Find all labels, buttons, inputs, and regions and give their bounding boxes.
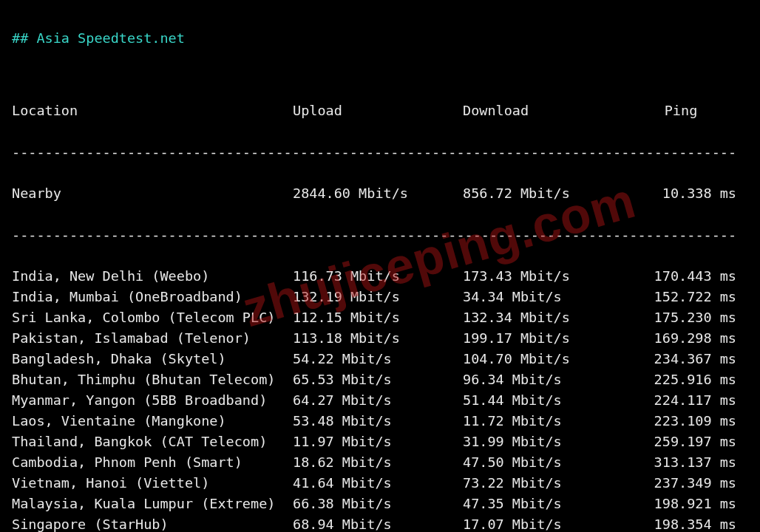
cell-ping: 223.109 ms [625, 411, 736, 432]
cell-download: 11.72 Mbit/s [463, 411, 625, 432]
table-row: Singapore (StarHub)68.94 Mbit/s17.07 Mbi… [12, 514, 748, 532]
cell-download: 47.35 Mbit/s [463, 494, 625, 514]
cell-ping: 10.338 ms [625, 183, 736, 204]
results-body: India, New Delhi (Weebo)116.73 Mbit/s173… [12, 266, 748, 532]
table-header-row: LocationUploadDownloadPing [12, 100, 748, 121]
cell-download: 73.22 Mbit/s [463, 473, 625, 494]
cell-download: 104.70 Mbit/s [463, 349, 625, 369]
cell-location: Thailand, Bangkok (CAT Telecom) [12, 432, 293, 452]
cell-location: India, New Delhi (Weebo) [12, 266, 293, 287]
cell-location: Nearby [12, 183, 293, 204]
cell-location: Malaysia, Kuala Lumpur (Extreme) [12, 494, 293, 514]
header-upload: Upload [293, 100, 463, 121]
table-row: India, New Delhi (Weebo)116.73 Mbit/s173… [12, 266, 748, 287]
cell-download: 51.44 Mbit/s [463, 390, 625, 411]
cell-upload: 2844.60 Mbit/s [293, 183, 463, 204]
cell-upload: 64.27 Mbit/s [293, 390, 463, 411]
cell-download: 856.72 Mbit/s [463, 183, 625, 204]
cell-upload: 11.97 Mbit/s [293, 432, 463, 452]
cell-upload: 65.53 Mbit/s [293, 369, 463, 390]
cell-download: 96.34 Mbit/s [463, 369, 625, 390]
cell-download: 199.17 Mbit/s [463, 328, 625, 349]
table-row: Thailand, Bangkok (CAT Telecom)11.97 Mbi… [12, 432, 748, 452]
cell-upload: 116.73 Mbit/s [293, 266, 463, 287]
cell-upload: 112.15 Mbit/s [293, 307, 463, 328]
cell-ping: 170.443 ms [625, 266, 736, 287]
terminal-output: ## Asia Speedtest.net LocationUploadDown… [0, 0, 760, 532]
table-row: Bangladesh, Dhaka (Skytel)54.22 Mbit/s10… [12, 349, 748, 369]
cell-upload: 66.38 Mbit/s [293, 494, 463, 514]
table-row: Sri Lanka, Colombo (Telecom PLC)112.15 M… [12, 307, 748, 328]
divider: ----------------------------------------… [12, 225, 748, 245]
cell-ping: 234.367 ms [625, 349, 736, 369]
cell-upload: 68.94 Mbit/s [293, 514, 463, 532]
table-row: Vietnam, Hanoi (Viettel)41.64 Mbit/s73.2… [12, 473, 748, 494]
divider: ----------------------------------------… [12, 142, 748, 163]
cell-ping: 259.197 ms [625, 432, 736, 452]
cell-download: 17.07 Mbit/s [463, 514, 625, 532]
cell-ping: 313.137 ms [625, 452, 736, 473]
table-row: Malaysia, Kuala Lumpur (Extreme)66.38 Mb… [12, 494, 748, 514]
table-row: Cambodia, Phnom Penh (Smart)18.62 Mbit/s… [12, 452, 748, 473]
header-download: Download [463, 100, 625, 121]
cell-download: 34.34 Mbit/s [463, 287, 625, 307]
cell-location: Cambodia, Phnom Penh (Smart) [12, 452, 293, 473]
cell-location: Myanmar, Yangon (5BB Broadband) [12, 390, 293, 411]
cell-download: 132.34 Mbit/s [463, 307, 625, 328]
cell-download: 47.50 Mbit/s [463, 452, 625, 473]
cell-location: Pakistan, Islamabad (Telenor) [12, 328, 293, 349]
cell-ping: 198.354 ms [625, 514, 736, 532]
table-row: India, Mumbai (OneBroadband)132.19 Mbit/… [12, 287, 748, 307]
cell-ping: 237.349 ms [625, 473, 736, 494]
cell-upload: 53.48 Mbit/s [293, 411, 463, 432]
header-ping: Ping [625, 100, 736, 121]
cell-upload: 54.22 Mbit/s [293, 349, 463, 369]
table-row: Bhutan, Thimphu (Bhutan Telecom)65.53 Mb… [12, 369, 748, 390]
cell-location: Sri Lanka, Colombo (Telecom PLC) [12, 307, 293, 328]
section-heading: ## Asia Speedtest.net [12, 28, 748, 49]
cell-location: Bangladesh, Dhaka (Skytel) [12, 349, 293, 369]
cell-download: 173.43 Mbit/s [463, 266, 625, 287]
cell-ping: 169.298 ms [625, 328, 736, 349]
cell-location: Bhutan, Thimphu (Bhutan Telecom) [12, 369, 293, 390]
cell-upload: 132.19 Mbit/s [293, 287, 463, 307]
nearby-row: Nearby2844.60 Mbit/s856.72 Mbit/s10.338 … [12, 183, 748, 204]
cell-upload: 41.64 Mbit/s [293, 473, 463, 494]
cell-ping: 198.921 ms [625, 494, 736, 514]
cell-upload: 113.18 Mbit/s [293, 328, 463, 349]
table-row: Myanmar, Yangon (5BB Broadband)64.27 Mbi… [12, 390, 748, 411]
cell-ping: 225.916 ms [625, 369, 736, 390]
header-location: Location [12, 100, 293, 121]
cell-ping: 175.230 ms [625, 307, 736, 328]
cell-download: 31.99 Mbit/s [463, 432, 625, 452]
cell-ping: 224.117 ms [625, 390, 736, 411]
cell-upload: 18.62 Mbit/s [293, 452, 463, 473]
cell-ping: 152.722 ms [625, 287, 736, 307]
cell-location: India, Mumbai (OneBroadband) [12, 287, 293, 307]
cell-location: Singapore (StarHub) [12, 514, 293, 532]
table-row: Pakistan, Islamabad (Telenor)113.18 Mbit… [12, 328, 748, 349]
cell-location: Laos, Vientaine (Mangkone) [12, 411, 293, 432]
cell-location: Vietnam, Hanoi (Viettel) [12, 473, 293, 494]
table-row: Laos, Vientaine (Mangkone)53.48 Mbit/s11… [12, 411, 748, 432]
